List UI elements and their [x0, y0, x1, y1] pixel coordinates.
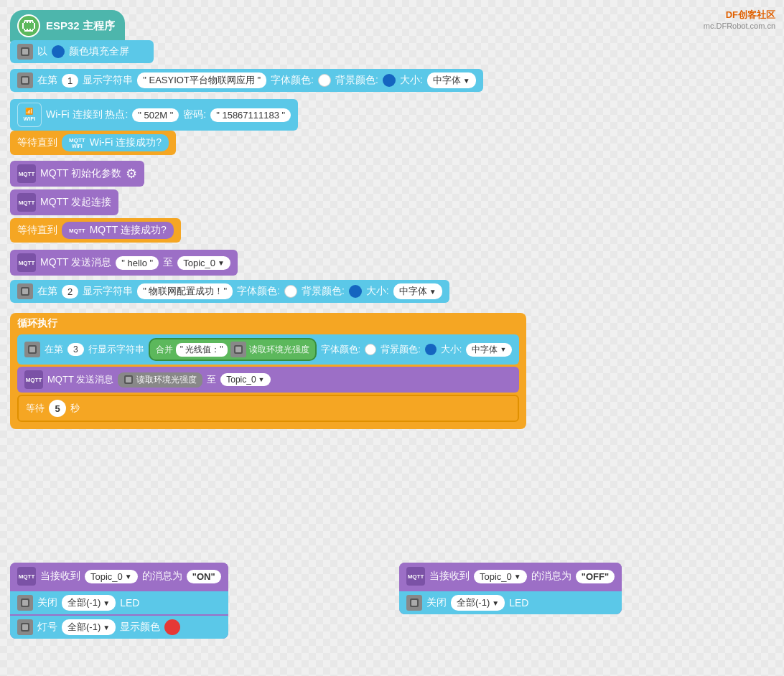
gear-icon[interactable]: ⚙: [126, 166, 137, 182]
display-row1-block: 在第 1 显示字符串 " EASYIOT平台物联网应用 " 字体颜色: 背景颜色…: [10, 69, 483, 92]
event-on-topic[interactable]: Topic_0 ▼: [85, 570, 138, 583]
event-off-header: MQTT 当接收到 Topic_0 ▼ 的消息为 "OFF": [399, 563, 622, 590]
mqtt-send1-block: MQTT MQTT 发送消息 " hello " 至 Topic_0 ▼: [10, 250, 238, 276]
loop-label: 循环执行: [17, 317, 57, 330]
svg-rect-7: [29, 347, 35, 352]
watermark: DF创客社区 mc.DFRobot.com.cn: [704, 9, 775, 30]
merge-block: 合并 " 光线值：" 读取环境光强度: [149, 338, 317, 361]
fill-suffix: 颜色填充全屏: [69, 45, 129, 58]
event-off-msg: "OFF": [576, 570, 615, 583]
svg-rect-17: [411, 600, 417, 606]
size-dropdown-2[interactable]: 中字体 ▼: [393, 283, 442, 299]
event-on-header: MQTT 当接收到 Topic_0 ▼ 的消息为 "ON": [10, 563, 228, 590]
svg-rect-1: [22, 49, 28, 55]
row-label: 在第: [37, 74, 57, 87]
esp32-hat-block: ESP32 主程序: [10, 10, 125, 42]
chip-icon-4: [24, 342, 40, 357]
svg-rect-3: [22, 78, 28, 83]
wait-wifi-block: 等待直到 MQTT WIFI Wi-Fi 连接成功?: [10, 131, 176, 155]
light-string: " 光线值：": [176, 343, 228, 357]
wifi-condition-pill: MQTT WIFI Wi-Fi 连接成功?: [62, 134, 169, 151]
string-val-1: " EASYIOT平台物联网应用 ": [137, 72, 266, 88]
svg-rect-11: [126, 377, 131, 382]
chip-icon-2: [17, 72, 33, 88]
color-circle-red[interactable]: [164, 619, 180, 635]
loop-wait: 等待 5 秒: [17, 395, 519, 422]
bg-color-3[interactable]: [425, 344, 437, 355]
wifi-icon-1: 📶 WIFI: [17, 103, 42, 127]
mqtt-icon-3: MQTT: [17, 253, 36, 272]
esp32-icon: [17, 14, 40, 37]
event-on-close-led: 关闭 全部(-1) ▼ LED: [10, 591, 228, 614]
chip-icon-7: [17, 619, 33, 635]
mqtt-small-icon-2: MQTT: [69, 227, 85, 234]
svg-rect-9: [235, 347, 241, 352]
mqtt-icon-6: MQTT: [406, 567, 425, 586]
brand-name: DF创客社区: [704, 9, 775, 22]
mqtt-init-label: MQTT 初始化参数: [40, 167, 121, 180]
fill-screen-block: 以 颜色填充全屏: [10, 40, 154, 63]
font-color-2[interactable]: [284, 285, 297, 298]
loop-header: 循环执行: [17, 317, 519, 330]
svg-rect-13: [22, 600, 28, 606]
row-number-1: 1: [62, 74, 78, 88]
svg-rect-5: [22, 288, 28, 294]
loop-container: 循环执行 在第 3 行显示字符串 合并 " 光线值：" 读取环境光强度 字体颜色…: [10, 313, 526, 429]
topic-dropdown-2[interactable]: Topic_0 ▼: [220, 373, 270, 386]
all-part-dropdown-2[interactable]: 全部(-1) ▼: [62, 619, 116, 635]
read-light-pill: 读取环境光强度: [118, 372, 202, 388]
chip-icon-3: [17, 283, 33, 299]
mqtt-condition-pill: MQTT MQTT 连接成功?: [62, 222, 174, 239]
mqtt-start-connect-block: MQTT MQTT 发起连接: [10, 189, 118, 215]
event-off-container: MQTT 当接收到 Topic_0 ▼ 的消息为 "OFF" 关闭 全部(-1)…: [399, 563, 622, 614]
row-number-2: 2: [62, 285, 78, 299]
mqtt-icon-1: MQTT: [17, 164, 36, 183]
svg-rect-15: [22, 624, 28, 630]
color-circle-blue[interactable]: [52, 45, 65, 58]
size-dropdown-3[interactable]: 中字体 ▼: [466, 343, 512, 357]
esp32-title: ESP32 主程序: [46, 19, 115, 33]
pwd-val: " 15867111183 ": [210, 108, 291, 122]
wait-mqtt-block: 等待直到 MQTT MQTT 连接成功?: [10, 218, 181, 243]
chip-icon-8: [406, 595, 422, 611]
all-part-dropdown-3[interactable]: 全部(-1) ▼: [451, 595, 505, 611]
loop-mqtt-send: MQTT MQTT 发送消息 读取环境光强度 至 Topic_0 ▼: [17, 367, 519, 393]
row-number-3: 3: [67, 343, 84, 356]
font-color-3[interactable]: [365, 344, 376, 355]
display-row2-block: 在第 2 显示字符串 " 物联网配置成功！" 字体颜色: 背景颜色: 大小: 中…: [10, 280, 449, 303]
event-off-close-led: 关闭 全部(-1) ▼ LED: [399, 591, 622, 614]
loop-display-row3: 在第 3 行显示字符串 合并 " 光线值：" 读取环境光强度 字体颜色: 背景颜…: [17, 334, 519, 365]
chip-icon-5: [230, 342, 246, 357]
all-part-dropdown-1[interactable]: 全部(-1) ▼: [62, 595, 116, 611]
event-on-container: MQTT 当接收到 Topic_0 ▼ 的消息为 "ON" 关闭 全部(-1) …: [10, 563, 228, 639]
font-color-1[interactable]: [318, 74, 331, 87]
wifi-small-icon: MQTT WIFI: [69, 137, 85, 149]
size-dropdown-1[interactable]: 中字体 ▼: [427, 72, 476, 88]
bg-color-2[interactable]: [349, 285, 362, 298]
event-on-show-color: 灯号 全部(-1) ▼ 显示颜色: [10, 616, 228, 639]
hello-string: " hello ": [116, 256, 159, 270]
mqtt-icon-2: MQTT: [17, 193, 36, 212]
mqtt-init-block: MQTT MQTT 初始化参数 ⚙: [10, 161, 144, 187]
event-off-topic[interactable]: Topic_0 ▼: [474, 570, 527, 583]
chip-icon-6: [17, 595, 33, 611]
wifi-connect-block: 📶 WIFI Wi-Fi 连接到 热点: " 502M " 密码: " 1586…: [10, 99, 298, 131]
fill-prefix: 以: [37, 45, 47, 58]
wait-num: 5: [49, 400, 66, 417]
bg-color-1[interactable]: [383, 74, 396, 87]
ssid-val: " 502M ": [132, 108, 179, 122]
brand-url: mc.DFRobot.com.cn: [704, 22, 775, 30]
mqtt-icon-5: MQTT: [17, 567, 36, 586]
event-on-msg: "ON": [187, 570, 221, 583]
topic-dropdown-1[interactable]: Topic_0 ▼: [177, 256, 230, 270]
mqtt-icon-4: MQTT: [24, 370, 43, 389]
chip-icon-1: [17, 44, 33, 60]
string-val-2: " 物联网配置成功！": [137, 283, 233, 299]
